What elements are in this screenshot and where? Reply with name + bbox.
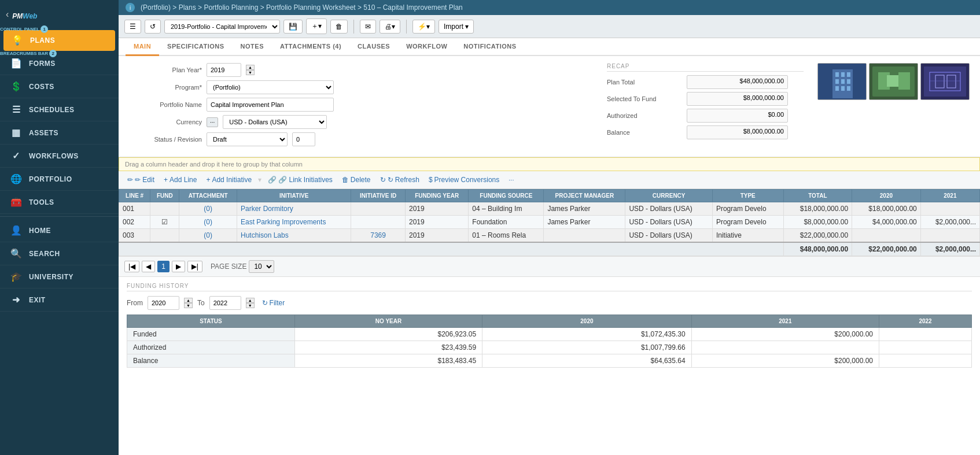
- sidebar-item-home[interactable]: 👤 Home: [0, 219, 119, 242]
- print-button[interactable]: 🖨▾: [380, 20, 400, 34]
- back-arrow-icon[interactable]: ‹: [6, 9, 9, 20]
- page-1-button[interactable]: 1: [157, 261, 170, 272]
- year-up-button[interactable]: ▲: [246, 65, 255, 70]
- email-button[interactable]: ✉: [360, 20, 376, 34]
- next-page-button[interactable]: ▶: [172, 261, 185, 272]
- cell-attachment[interactable]: (0): [179, 216, 237, 229]
- sidebar-item-tools[interactable]: 🧰 Tools: [0, 191, 119, 214]
- col-initiative-id[interactable]: INITIATIVE ID: [351, 190, 406, 202]
- cell-initiative[interactable]: East Parking Improvements: [237, 216, 351, 229]
- tab-workflow[interactable]: Workflow: [398, 38, 455, 56]
- tab-main[interactable]: Main: [126, 38, 159, 56]
- col-type[interactable]: TYPE: [712, 190, 783, 202]
- table-row[interactable]: 003 (0) Hutchison Labs 7369 2019 01 – Ro…: [119, 229, 980, 243]
- page-size-select[interactable]: 10 25 50: [249, 260, 274, 273]
- sidebar-item-forms[interactable]: 📄 Forms: [0, 52, 119, 75]
- image-aerial[interactable]: [869, 63, 918, 100]
- table-row[interactable]: 001 (0) Parker Dormitory 2019 04 – Build…: [119, 202, 980, 216]
- add-initiative-button[interactable]: + Add Initiative: [203, 174, 255, 186]
- sidebar-item-exit[interactable]: ➜ Exit: [0, 288, 119, 312]
- cell-initiative[interactable]: Parker Dormitory: [237, 202, 351, 216]
- plan-year-input[interactable]: [207, 63, 241, 77]
- cell-fund[interactable]: ☑: [150, 216, 179, 229]
- funding-col-status[interactable]: STATUS: [127, 315, 295, 328]
- filter-button[interactable]: ↻ Filter: [259, 297, 288, 309]
- save-button[interactable]: 💾: [283, 20, 303, 34]
- more-options-button[interactable]: ···: [506, 175, 517, 185]
- program-select[interactable]: (Portfolio): [207, 80, 334, 94]
- import-button[interactable]: Import ▾: [439, 20, 474, 34]
- cell-fund[interactable]: [150, 229, 179, 243]
- sidebar-item-schedules[interactable]: ☰ Schedules: [0, 98, 119, 121]
- edit-button[interactable]: ✏ ✏ Edit: [124, 174, 157, 186]
- tab-notifications[interactable]: Notifications: [455, 38, 524, 56]
- info-icon[interactable]: i: [126, 3, 135, 12]
- revision-input[interactable]: [292, 132, 315, 146]
- tab-attachments[interactable]: Attachments (4): [272, 38, 349, 56]
- lightning-button[interactable]: ⚡▾: [412, 20, 435, 34]
- col-line[interactable]: LINE #: [119, 190, 150, 202]
- tab-clauses[interactable]: Clauses: [349, 38, 398, 56]
- cell-fund[interactable]: [150, 202, 179, 216]
- sidebar-item-costs[interactable]: 💲 Costs: [0, 75, 119, 98]
- sidebar-item-plans[interactable]: 💡 Plans: [3, 30, 115, 51]
- add-line-button[interactable]: + Add Line: [161, 174, 200, 186]
- to-year-input[interactable]: [209, 296, 241, 310]
- col-fund[interactable]: FUND: [150, 190, 179, 202]
- col-total[interactable]: TOTAL: [783, 190, 852, 202]
- link-initiatives-button[interactable]: 🔗 🔗 Link Initiatives: [265, 174, 336, 186]
- sidebar-item-search[interactable]: 🔍 Search: [0, 242, 119, 265]
- to-year-down-button[interactable]: ▼: [246, 303, 255, 308]
- list-view-button[interactable]: ☰: [124, 20, 141, 34]
- portfolio-name-input[interactable]: [207, 98, 334, 112]
- sidebar-item-university[interactable]: 🎓 University: [0, 265, 119, 288]
- currency-select[interactable]: USD - Dollars (USA): [223, 115, 327, 129]
- last-page-button[interactable]: ▶|: [187, 261, 202, 272]
- cell-initiative-id[interactable]: [351, 216, 406, 229]
- cell-total: $18,000,000.00: [783, 202, 852, 216]
- funding-col-2022[interactable]: 2022: [879, 315, 972, 328]
- sidebar-item-portfolio[interactable]: 🌐 Portfolio: [0, 168, 119, 191]
- to-year-up-button[interactable]: ▲: [246, 298, 255, 303]
- image-building[interactable]: [817, 63, 867, 100]
- prev-page-button[interactable]: ◀: [142, 261, 155, 272]
- first-page-button[interactable]: |◀: [124, 261, 139, 272]
- col-currency[interactable]: CURRENCY: [625, 190, 712, 202]
- funding-col-2020[interactable]: 2020: [482, 315, 691, 328]
- version-select[interactable]: 2019-Portfolio - Capital Improvemen: [164, 20, 280, 34]
- col-funding-source[interactable]: FUNDING SOURCE: [469, 190, 544, 202]
- from-year-up-button[interactable]: ▲: [184, 298, 193, 303]
- delete-button[interactable]: 🗑: [330, 20, 348, 34]
- funding-col-no-year[interactable]: NO YEAR: [294, 315, 482, 328]
- currency-options-button[interactable]: ···: [207, 117, 218, 127]
- sidebar-item-assets[interactable]: ▦ Assets: [0, 121, 119, 145]
- cell-attachment[interactable]: (0): [179, 229, 237, 243]
- cell-attachment[interactable]: (0): [179, 202, 237, 216]
- details-toolbar: ✏ ✏ Edit + Add Line + Add Initiative ▾ 🔗…: [119, 171, 980, 189]
- col-initiative[interactable]: INITIATIVE: [237, 190, 351, 202]
- cell-initiative[interactable]: Hutchison Labs: [237, 229, 351, 243]
- delete-row-button[interactable]: 🗑 Delete: [339, 174, 374, 186]
- status-select[interactable]: Draft: [207, 132, 288, 146]
- col-2021[interactable]: 2021: [920, 190, 979, 202]
- tab-notes[interactable]: Notes: [233, 38, 272, 56]
- undo-button[interactable]: ↺: [145, 20, 161, 34]
- from-year-down-button[interactable]: ▼: [184, 303, 193, 308]
- sidebar-item-workflows[interactable]: ✓ Workflows: [0, 145, 119, 168]
- add-button[interactable]: ＋▾: [306, 19, 327, 34]
- table-row[interactable]: 002 ☑ (0) East Parking Improvements 2019…: [119, 216, 980, 229]
- col-attachment[interactable]: ATTACHMENT: [179, 190, 237, 202]
- year-down-button[interactable]: ▼: [246, 70, 255, 75]
- image-blueprint[interactable]: [920, 63, 970, 100]
- funding-col-2021[interactable]: 2021: [691, 315, 879, 328]
- tab-specifications[interactable]: Specifications: [159, 38, 232, 56]
- cell-initiative-id[interactable]: [351, 202, 406, 216]
- preview-conversions-button[interactable]: $ Preview Conversions: [426, 174, 502, 186]
- col-funding-year[interactable]: FUNDING YEAR: [405, 190, 468, 202]
- cell-initiative-id[interactable]: 7369: [351, 229, 406, 243]
- col-project-manager[interactable]: PROJECT MANAGER: [544, 190, 625, 202]
- refresh-button[interactable]: ↻ ↻ Refresh: [377, 174, 422, 186]
- from-year-input[interactable]: [148, 296, 179, 310]
- scrollable-content: Plan Year* ▲ ▼ Program* (Portfolio) Port…: [119, 56, 980, 455]
- col-2020[interactable]: 2020: [852, 190, 921, 202]
